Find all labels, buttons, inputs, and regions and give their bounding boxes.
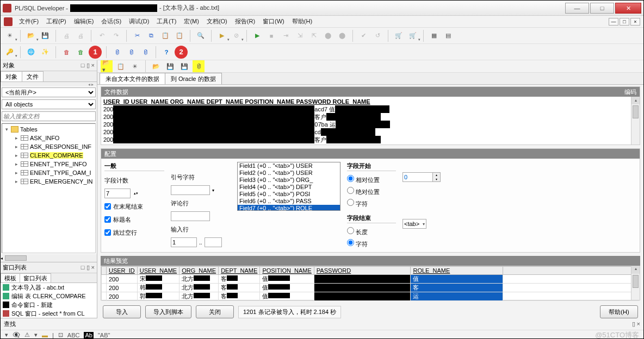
new-icon[interactable]: ☀▾ [4, 30, 16, 42]
menu-debug[interactable]: 调试(D) [126, 16, 152, 27]
pane-pin-icon[interactable]: □ ▯ × [81, 62, 95, 69]
tree-scroll[interactable]: ◂ [1, 254, 97, 262]
step-icon[interactable]: ⇥ [280, 30, 292, 42]
undo-icon[interactable]: ↶ [96, 30, 108, 42]
printset-icon[interactable]: 🖨 [75, 30, 86, 42]
trash2-icon[interactable]: 🗑 [75, 46, 86, 58]
menu-project[interactable]: 工程(P) [43, 16, 70, 27]
comment-input[interactable] [171, 211, 210, 221]
tile-icon[interactable]: ▤ [442, 30, 454, 42]
hl-icon[interactable]: ▬ [42, 332, 48, 338]
field-list[interactable]: Field1 (+0 .. "<tab>") USER Field2 (+0 .… [237, 162, 340, 211]
mdi-min[interactable]: — [609, 18, 618, 26]
trash1-icon[interactable]: 🗑 [60, 46, 72, 58]
window-item[interactable]: 命令窗口 - 新建 [1, 300, 97, 309]
save-icon[interactable]: 💾 [39, 30, 51, 42]
window-minimize[interactable]: — [565, 3, 589, 14]
imp-save2-icon[interactable]: 💾 [178, 60, 190, 72]
menu-file[interactable]: 文件(F) [16, 16, 42, 27]
commit-icon[interactable]: ✔ [357, 30, 369, 42]
dd2-icon[interactable]: ▾ [34, 331, 38, 338]
window-item[interactable]: 文本导入器 - abc.txt [1, 283, 97, 292]
imp-folder-icon[interactable]: 📂 [150, 60, 162, 72]
inputline-to[interactable] [205, 237, 222, 247]
tab-to-oracle[interactable]: 到 Oracle 的数据 [165, 73, 222, 84]
clipboard-icon[interactable]: 📋 [174, 30, 185, 42]
db1-icon[interactable]: 🛢 [111, 46, 123, 58]
abc2-icon[interactable]: Ab [84, 332, 93, 338]
find-pin-icon[interactable]: ▯ × [632, 321, 640, 328]
fieldcount-input[interactable] [104, 189, 131, 198]
bp-icon[interactable]: ⬤ [322, 30, 334, 42]
stepover-icon[interactable]: ⇲ [294, 30, 306, 42]
warn-icon[interactable]: ⚠ [24, 331, 30, 338]
result-grid[interactable]: USER_IDUSER_NAME ORG_NAMEDEPT_NAME POSIT… [101, 266, 640, 300]
imp-db-icon[interactable]: 🛢 [193, 60, 205, 72]
table-row[interactable]: ▸CLERK_COMPARE [14, 151, 94, 160]
cart2-icon[interactable]: 🛒▾ [407, 30, 419, 42]
window-close[interactable]: ✕ [615, 3, 641, 14]
close-button[interactable]: 关闭 [196, 305, 234, 318]
result-vscroll[interactable]: ▴ [631, 266, 640, 300]
globe-icon[interactable]: 🌐 [25, 46, 37, 58]
menu-window[interactable]: 窗口(W) [259, 16, 288, 27]
tab-from-text[interactable]: 来自文本文件的数据 [100, 73, 165, 84]
window-item[interactable]: 编辑 表 CLERK_COMPARE [1, 292, 97, 300]
length-radio[interactable]: 长度 [347, 227, 396, 237]
abspos-radio[interactable]: 绝对位置 [347, 187, 396, 197]
key-icon[interactable]: 🔑▾ [4, 46, 16, 58]
paste-icon[interactable]: 📋 [159, 30, 171, 42]
stepout-icon[interactable]: ⇱ [308, 30, 320, 42]
abc-icon[interactable]: ABC [67, 332, 80, 338]
redo-icon[interactable]: ↷ [110, 30, 122, 42]
search-input[interactable] [2, 111, 96, 121]
menu-document[interactable]: 文档(O) [203, 16, 231, 27]
tab-templates[interactable]: 模板 [1, 273, 20, 282]
menu-help[interactable]: 帮助(H) [289, 16, 315, 27]
filedata-vscroll[interactable]: ▴ [631, 97, 640, 145]
mdi-close[interactable]: × [630, 18, 640, 26]
rollback-icon[interactable]: ↺ [371, 30, 383, 42]
import-button[interactable]: 导入 [103, 305, 141, 318]
print-icon[interactable]: 🖨 [60, 30, 72, 42]
end-combo[interactable]: <tab>▾ [403, 219, 426, 229]
tab-windowlist[interactable]: 窗口列表 [20, 273, 51, 282]
import-script-button[interactable]: 导入到脚本 [145, 305, 191, 318]
menu-edit[interactable]: 编辑(E) [71, 16, 97, 27]
ab-icon[interactable]: "AB" [98, 332, 110, 338]
table-row[interactable]: ▸ENENT_TYPE_OAM_I [14, 168, 94, 177]
open-icon[interactable]: 📂▾ [25, 30, 37, 42]
table-row[interactable]: ▸ENENT_TYPE_INFO [14, 160, 94, 168]
imp-open-icon[interactable]: 📂▾ [101, 60, 113, 72]
start-spin[interactable]: ▴▾ [403, 172, 441, 182]
encoding-label[interactable]: 编码 [624, 88, 636, 96]
table-row[interactable]: ▸ASK_INFO [14, 134, 94, 142]
menu-tools[interactable]: 工具(T) [153, 16, 179, 27]
magic-icon[interactable]: ✨ [39, 46, 51, 58]
dd-icon[interactable]: ▾ [5, 331, 8, 338]
stop2-icon[interactable]: ■ [265, 30, 277, 42]
menu-session[interactable]: 会话(S) [98, 16, 125, 27]
tab-objects[interactable]: 对象 [1, 71, 22, 81]
menu-report[interactable]: 报告(R) [232, 16, 258, 27]
windows-icon[interactable]: ▦ [428, 30, 440, 42]
window-maximize[interactable]: □ [590, 3, 614, 14]
cart-icon[interactable]: 🛒 [393, 30, 405, 42]
quote-input[interactable] [171, 185, 210, 195]
db3-icon[interactable]: 🛢 [139, 46, 151, 58]
mdi-max[interactable]: □ [620, 18, 629, 26]
inputline-input[interactable] [171, 237, 197, 247]
imp-refresh-icon[interactable]: ☀ [129, 60, 141, 72]
stop-icon[interactable]: ⊘▾ [230, 30, 242, 42]
exec-icon[interactable]: ▶ [251, 30, 263, 42]
tab-files[interactable]: 文件 [22, 71, 44, 81]
user-combo[interactable]: <当前用户> [2, 87, 96, 97]
imp-paste-icon[interactable]: 📋 [115, 60, 127, 72]
relpos-radio[interactable]: 相对位置 [347, 175, 396, 185]
bps-icon[interactable]: ⬤ [336, 30, 348, 42]
window-item[interactable]: SQL 窗口 - select * from CL [1, 309, 97, 318]
table-row[interactable]: ▸ASK_RESPONSE_INF [14, 142, 94, 151]
binoc-icon[interactable]: 👁‍🗨 [13, 331, 20, 338]
wl-pin-icon[interactable]: □ ▯ × [81, 264, 95, 271]
copy-icon[interactable]: ⧉ [145, 30, 157, 42]
